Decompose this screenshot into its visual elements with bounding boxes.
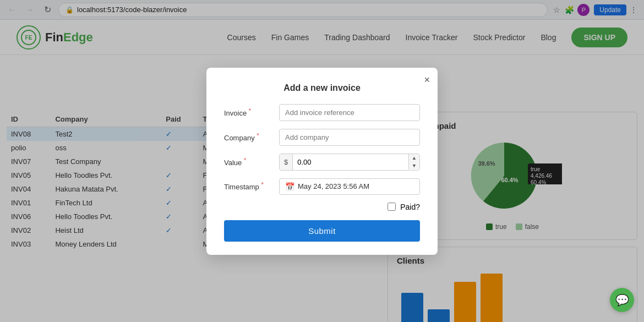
value-label: Value * [224, 157, 274, 167]
chat-bubble[interactable]: 💬 [610, 288, 634, 312]
dollar-sign: $ [280, 154, 293, 170]
company-label: Company * [224, 132, 274, 142]
timestamp-label: Timestamp * [224, 181, 274, 191]
invoice-field-row: Invoice * [224, 104, 420, 121]
company-field-row: Company * [224, 129, 420, 146]
company-input[interactable] [279, 129, 420, 146]
value-input-wrap: $ ▲ ▼ [279, 154, 420, 171]
spin-up-button[interactable]: ▲ [409, 154, 419, 162]
paid-row: Paid? [224, 203, 420, 211]
calendar-icon: 📅 [285, 182, 294, 191]
paid-checkbox[interactable] [388, 203, 396, 211]
add-invoice-modal: × Add a new invoice Invoice * Company * … [206, 68, 438, 255]
spin-down-button[interactable]: ▼ [409, 162, 419, 170]
invoice-input[interactable] [279, 104, 420, 121]
submit-button[interactable]: Submit [224, 220, 420, 242]
timestamp-wrap[interactable]: 📅 May 24, 2023 5:56 AM [279, 178, 420, 195]
modal-overlay[interactable]: × Add a new invoice Invoice * Company * … [0, 0, 644, 322]
paid-label: Paid? [400, 203, 420, 211]
modal-close-button[interactable]: × [424, 74, 430, 86]
modal-title: Add a new invoice [224, 83, 420, 93]
value-input[interactable] [293, 154, 408, 170]
chat-icon: 💬 [615, 293, 629, 307]
invoice-label: Invoice * [224, 107, 274, 117]
timestamp-value: May 24, 2023 5:56 AM [298, 182, 369, 190]
value-spinners: ▲ ▼ [408, 154, 419, 170]
timestamp-field-row: Timestamp * 📅 May 24, 2023 5:56 AM [224, 178, 420, 195]
value-field-row: Value * $ ▲ ▼ [224, 154, 420, 171]
